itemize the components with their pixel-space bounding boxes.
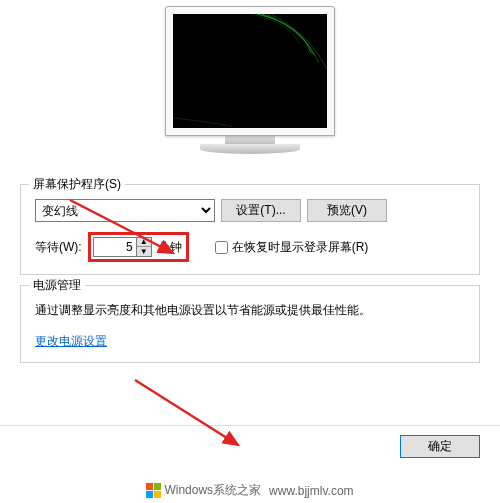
windows-logo-icon — [146, 483, 162, 499]
watermark-url: www.bjjmlv.com — [269, 484, 353, 498]
wait-spinner[interactable]: ▲ ▼ — [137, 237, 152, 257]
screensaver-group: 屏幕保护程序(S) 变幻线 设置(T)... 预览(V) 等待(W): ▲ ▼ … — [20, 184, 480, 275]
dialog-button-bar: 确定 — [0, 425, 500, 467]
wait-label: 等待(W): — [35, 239, 82, 256]
change-power-link[interactable]: 更改电源设置 — [35, 334, 107, 348]
wait-input[interactable] — [93, 237, 137, 257]
preview-button[interactable]: 预览(V) — [307, 199, 387, 222]
wait-unit: 分钟 — [158, 239, 182, 256]
watermark-brand: Windows系统之家 — [164, 482, 261, 499]
power-group: 电源管理 通过调整显示亮度和其他电源设置以节省能源或提供最佳性能。 更改电源设置 — [20, 285, 480, 363]
svg-rect-5 — [154, 491, 161, 498]
power-description: 通过调整显示亮度和其他电源设置以节省能源或提供最佳性能。 — [35, 302, 465, 319]
watermark: Windows系统之家 www.bjjmlv.com — [0, 482, 500, 499]
svg-rect-4 — [146, 491, 153, 498]
settings-button[interactable]: 设置(T)... — [221, 199, 301, 222]
screensaver-preview — [20, 6, 480, 164]
screensaver-select[interactable]: 变幻线 — [35, 199, 215, 222]
svg-rect-3 — [154, 483, 161, 490]
wait-highlight: ▲ ▼ 分钟 — [88, 232, 189, 262]
resume-checkbox[interactable] — [215, 241, 228, 254]
ok-button[interactable]: 确定 — [400, 435, 480, 458]
screensaver-group-label: 屏幕保护程序(S) — [29, 176, 125, 193]
wait-spinner-down[interactable]: ▼ — [137, 247, 151, 256]
resume-checkbox-label: 在恢复时显示登录屏幕(R) — [232, 239, 369, 256]
wait-spinner-up[interactable]: ▲ — [137, 238, 151, 247]
power-group-label: 电源管理 — [29, 277, 85, 294]
monitor-screen — [173, 14, 327, 128]
svg-rect-2 — [146, 483, 153, 490]
